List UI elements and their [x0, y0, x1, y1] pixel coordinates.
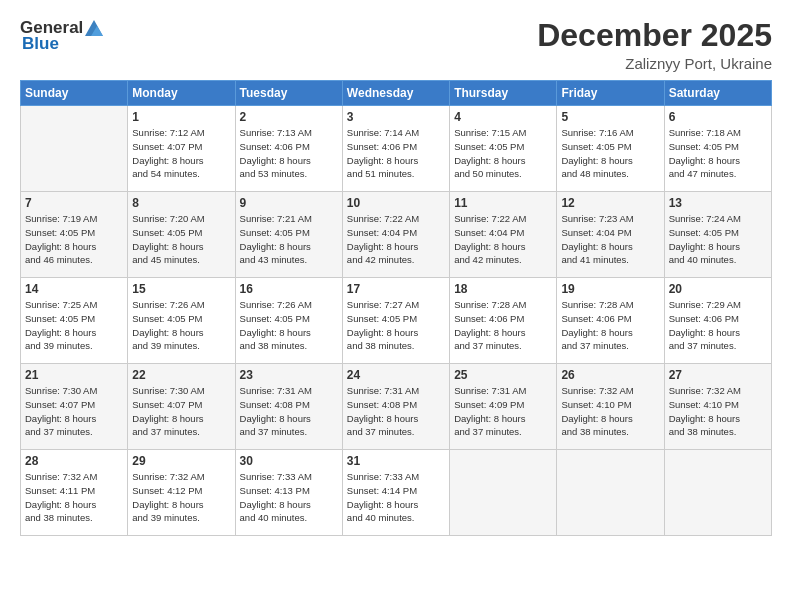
calendar-cell: 19Sunrise: 7:28 AMSunset: 4:06 PMDayligh… [557, 278, 664, 364]
day-info: Sunrise: 7:33 AMSunset: 4:13 PMDaylight:… [240, 470, 338, 525]
day-number: 26 [561, 368, 659, 382]
day-info: Sunrise: 7:31 AMSunset: 4:08 PMDaylight:… [347, 384, 445, 439]
day-info: Sunrise: 7:30 AMSunset: 4:07 PMDaylight:… [132, 384, 230, 439]
calendar-cell: 24Sunrise: 7:31 AMSunset: 4:08 PMDayligh… [342, 364, 449, 450]
page: General Blue December 2025 Zaliznyy Port… [0, 0, 792, 612]
day-info: Sunrise: 7:19 AMSunset: 4:05 PMDaylight:… [25, 212, 123, 267]
calendar-cell: 18Sunrise: 7:28 AMSunset: 4:06 PMDayligh… [450, 278, 557, 364]
day-number: 14 [25, 282, 123, 296]
calendar: SundayMondayTuesdayWednesdayThursdayFrid… [20, 80, 772, 536]
day-info: Sunrise: 7:33 AMSunset: 4:14 PMDaylight:… [347, 470, 445, 525]
day-number: 5 [561, 110, 659, 124]
calendar-cell: 1Sunrise: 7:12 AMSunset: 4:07 PMDaylight… [128, 106, 235, 192]
calendar-week-3: 14Sunrise: 7:25 AMSunset: 4:05 PMDayligh… [21, 278, 772, 364]
day-info: Sunrise: 7:12 AMSunset: 4:07 PMDaylight:… [132, 126, 230, 181]
day-info: Sunrise: 7:24 AMSunset: 4:05 PMDaylight:… [669, 212, 767, 267]
calendar-header-tuesday: Tuesday [235, 81, 342, 106]
day-info: Sunrise: 7:30 AMSunset: 4:07 PMDaylight:… [25, 384, 123, 439]
calendar-cell: 27Sunrise: 7:32 AMSunset: 4:10 PMDayligh… [664, 364, 771, 450]
day-number: 4 [454, 110, 552, 124]
day-number: 17 [347, 282, 445, 296]
day-info: Sunrise: 7:31 AMSunset: 4:09 PMDaylight:… [454, 384, 552, 439]
day-info: Sunrise: 7:16 AMSunset: 4:05 PMDaylight:… [561, 126, 659, 181]
day-info: Sunrise: 7:32 AMSunset: 4:11 PMDaylight:… [25, 470, 123, 525]
day-info: Sunrise: 7:32 AMSunset: 4:12 PMDaylight:… [132, 470, 230, 525]
day-number: 16 [240, 282, 338, 296]
calendar-cell: 2Sunrise: 7:13 AMSunset: 4:06 PMDaylight… [235, 106, 342, 192]
day-number: 24 [347, 368, 445, 382]
calendar-cell: 22Sunrise: 7:30 AMSunset: 4:07 PMDayligh… [128, 364, 235, 450]
day-number: 22 [132, 368, 230, 382]
location: Zaliznyy Port, Ukraine [537, 55, 772, 72]
day-info: Sunrise: 7:23 AMSunset: 4:04 PMDaylight:… [561, 212, 659, 267]
day-info: Sunrise: 7:26 AMSunset: 4:05 PMDaylight:… [240, 298, 338, 353]
calendar-cell: 15Sunrise: 7:26 AMSunset: 4:05 PMDayligh… [128, 278, 235, 364]
day-number: 1 [132, 110, 230, 124]
logo-icon [83, 18, 105, 38]
calendar-week-2: 7Sunrise: 7:19 AMSunset: 4:05 PMDaylight… [21, 192, 772, 278]
calendar-week-4: 21Sunrise: 7:30 AMSunset: 4:07 PMDayligh… [21, 364, 772, 450]
calendar-header-sunday: Sunday [21, 81, 128, 106]
calendar-header-saturday: Saturday [664, 81, 771, 106]
calendar-cell: 29Sunrise: 7:32 AMSunset: 4:12 PMDayligh… [128, 450, 235, 536]
day-info: Sunrise: 7:20 AMSunset: 4:05 PMDaylight:… [132, 212, 230, 267]
day-info: Sunrise: 7:28 AMSunset: 4:06 PMDaylight:… [454, 298, 552, 353]
logo-blue-text: Blue [22, 34, 59, 54]
calendar-cell: 14Sunrise: 7:25 AMSunset: 4:05 PMDayligh… [21, 278, 128, 364]
calendar-cell [664, 450, 771, 536]
calendar-cell: 8Sunrise: 7:20 AMSunset: 4:05 PMDaylight… [128, 192, 235, 278]
day-number: 27 [669, 368, 767, 382]
calendar-cell: 10Sunrise: 7:22 AMSunset: 4:04 PMDayligh… [342, 192, 449, 278]
day-info: Sunrise: 7:21 AMSunset: 4:05 PMDaylight:… [240, 212, 338, 267]
day-info: Sunrise: 7:31 AMSunset: 4:08 PMDaylight:… [240, 384, 338, 439]
day-info: Sunrise: 7:32 AMSunset: 4:10 PMDaylight:… [669, 384, 767, 439]
day-number: 8 [132, 196, 230, 210]
calendar-cell: 28Sunrise: 7:32 AMSunset: 4:11 PMDayligh… [21, 450, 128, 536]
day-info: Sunrise: 7:18 AMSunset: 4:05 PMDaylight:… [669, 126, 767, 181]
calendar-cell: 31Sunrise: 7:33 AMSunset: 4:14 PMDayligh… [342, 450, 449, 536]
calendar-cell: 17Sunrise: 7:27 AMSunset: 4:05 PMDayligh… [342, 278, 449, 364]
day-info: Sunrise: 7:32 AMSunset: 4:10 PMDaylight:… [561, 384, 659, 439]
day-number: 15 [132, 282, 230, 296]
calendar-cell [21, 106, 128, 192]
day-number: 9 [240, 196, 338, 210]
title-block: December 2025 Zaliznyy Port, Ukraine [537, 18, 772, 72]
calendar-cell: 11Sunrise: 7:22 AMSunset: 4:04 PMDayligh… [450, 192, 557, 278]
header: General Blue December 2025 Zaliznyy Port… [20, 18, 772, 72]
day-info: Sunrise: 7:28 AMSunset: 4:06 PMDaylight:… [561, 298, 659, 353]
day-info: Sunrise: 7:26 AMSunset: 4:05 PMDaylight:… [132, 298, 230, 353]
calendar-week-5: 28Sunrise: 7:32 AMSunset: 4:11 PMDayligh… [21, 450, 772, 536]
day-info: Sunrise: 7:25 AMSunset: 4:05 PMDaylight:… [25, 298, 123, 353]
month-title: December 2025 [537, 18, 772, 53]
calendar-cell: 23Sunrise: 7:31 AMSunset: 4:08 PMDayligh… [235, 364, 342, 450]
calendar-cell: 9Sunrise: 7:21 AMSunset: 4:05 PMDaylight… [235, 192, 342, 278]
calendar-cell: 4Sunrise: 7:15 AMSunset: 4:05 PMDaylight… [450, 106, 557, 192]
day-number: 13 [669, 196, 767, 210]
calendar-week-1: 1Sunrise: 7:12 AMSunset: 4:07 PMDaylight… [21, 106, 772, 192]
day-info: Sunrise: 7:13 AMSunset: 4:06 PMDaylight:… [240, 126, 338, 181]
day-number: 21 [25, 368, 123, 382]
logo: General Blue [20, 18, 105, 54]
calendar-cell: 3Sunrise: 7:14 AMSunset: 4:06 PMDaylight… [342, 106, 449, 192]
calendar-cell: 21Sunrise: 7:30 AMSunset: 4:07 PMDayligh… [21, 364, 128, 450]
day-number: 29 [132, 454, 230, 468]
calendar-cell: 26Sunrise: 7:32 AMSunset: 4:10 PMDayligh… [557, 364, 664, 450]
day-number: 23 [240, 368, 338, 382]
day-info: Sunrise: 7:22 AMSunset: 4:04 PMDaylight:… [347, 212, 445, 267]
day-info: Sunrise: 7:22 AMSunset: 4:04 PMDaylight:… [454, 212, 552, 267]
day-number: 10 [347, 196, 445, 210]
calendar-cell: 6Sunrise: 7:18 AMSunset: 4:05 PMDaylight… [664, 106, 771, 192]
day-number: 20 [669, 282, 767, 296]
calendar-cell: 13Sunrise: 7:24 AMSunset: 4:05 PMDayligh… [664, 192, 771, 278]
day-number: 3 [347, 110, 445, 124]
calendar-header-thursday: Thursday [450, 81, 557, 106]
day-number: 28 [25, 454, 123, 468]
calendar-header-monday: Monday [128, 81, 235, 106]
calendar-cell: 12Sunrise: 7:23 AMSunset: 4:04 PMDayligh… [557, 192, 664, 278]
day-number: 19 [561, 282, 659, 296]
calendar-cell: 20Sunrise: 7:29 AMSunset: 4:06 PMDayligh… [664, 278, 771, 364]
day-number: 2 [240, 110, 338, 124]
day-info: Sunrise: 7:14 AMSunset: 4:06 PMDaylight:… [347, 126, 445, 181]
day-number: 12 [561, 196, 659, 210]
day-number: 7 [25, 196, 123, 210]
